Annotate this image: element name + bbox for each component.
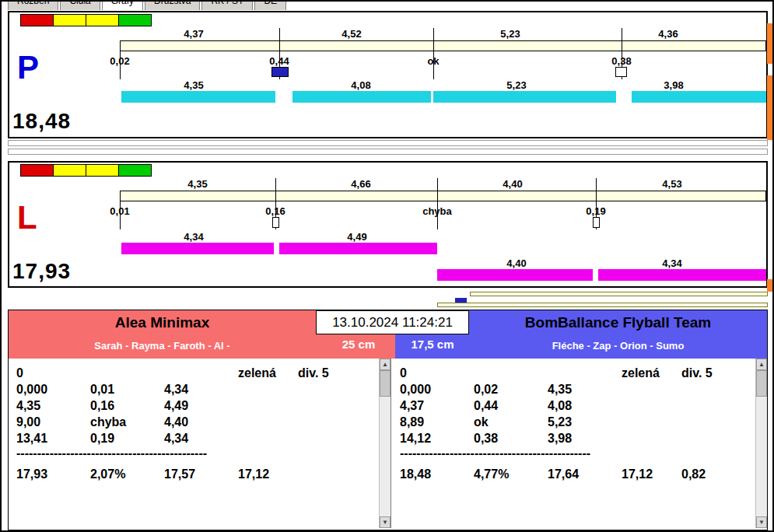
table-row: 8,89 ok 5,23 [392,415,755,432]
tab-rk-st[interactable]: RK / ST [201,2,253,10]
dog-run-bar [279,243,437,254]
cell: 2,07% [90,467,125,481]
cell: 0,44 [474,399,498,413]
change-marker-white [272,217,279,228]
app-window: Rozbeh Cidla Grafy Družstva RK / ST DE 4… [0,0,774,532]
mini-progress-bar [470,292,768,296]
table-row: 13,41 0,19 4,34 [9,432,378,448]
table-row: 0,000 0,01 4,34 [9,383,378,399]
cell: 3,98 [548,432,572,446]
change-marker-white [615,67,627,77]
table-row: 4,35 0,16 4,49 [9,399,378,415]
cell: 4,34 [164,432,188,446]
cell: div. 5 [681,366,713,380]
change-time-label: 0,44 [254,55,304,67]
split-time-label: 4,40 [488,178,538,190]
cell: 17,93 [16,467,47,481]
datetime-display: 13.10.2024 11:24:21 [316,310,469,334]
segment-tick [433,28,434,79]
scrollbar[interactable]: ▲ ▼ [379,359,391,528]
split-time-label: 5,23 [485,28,535,40]
change-time-label: 0,02 [95,55,145,67]
change-time-label: 0,01 [95,205,145,217]
change-time-label: 0,19 [571,205,621,217]
background-window-strip [767,23,774,64]
cell: 0,16 [90,399,114,413]
cell: chyba [90,415,126,429]
divider-row: ----------------------------------------… [9,446,378,463]
cell: 17,64 [548,467,579,481]
cell: 14,12 [400,432,431,446]
split-time-label: 4,34 [647,257,697,269]
change-time-label: chyba [412,205,462,217]
separator-strip [8,149,768,155]
light-yellow-1 [53,14,86,26]
light-green [118,14,152,26]
divider-row: ----------------------------------------… [392,446,755,463]
tab-druzstva[interactable]: Družstva [145,2,200,10]
scroll-down-icon[interactable]: ▼ [380,516,391,528]
split-time-label: 4,53 [647,178,697,190]
table-row: 4,37 0,44 4,08 [392,399,755,415]
scrollbar[interactable]: ▲ ▼ [755,359,767,528]
table-row: 14,12 0,38 3,98 [392,432,755,448]
results-table-left[interactable]: 0 zelená div. 5 0,000 0,01 4,34 4,35 0,1… [9,359,391,528]
scroll-up-icon[interactable]: ▲ [756,359,767,370]
cell: 4,34 [164,383,188,397]
cell: 4,49 [164,399,188,413]
segment-tick [437,178,438,229]
cell: 5,23 [548,415,572,429]
split-time-label: 4,08 [336,79,386,91]
cell: 0 [16,366,23,380]
tab-cidla[interactable]: Cidla [60,2,100,10]
cell: 18,48 [400,467,431,481]
team-name-right: BomBallance Flyball Team [469,314,767,331]
cell: 9,00 [16,415,40,429]
cell: 4,37 [400,399,424,413]
cell: 4,40 [164,415,188,429]
change-marker-blue [271,67,289,77]
light-green [118,164,152,177]
cell: 17,57 [164,467,195,481]
tab-grafy[interactable]: Grafy [102,2,143,10]
results-table-right[interactable]: 0 zelená div. 5 0,000 0,02 4,35 4,37 0,4… [392,359,767,528]
split-time-label: 4,37 [169,28,219,40]
scroll-thumb[interactable] [380,370,391,397]
divider-dashes: ----------------------------------------… [16,446,234,460]
cell: 13,41 [16,432,47,446]
split-time-label: 4,66 [336,178,386,190]
cell: 0,000 [400,383,431,397]
dog-run-bar [598,269,766,281]
light-yellow-2 [86,14,119,26]
totals-row: 17,93 2,07% 17,57 17,12 [9,467,378,484]
lane-total-time-p: 18,48 [12,109,71,134]
dog-run-bar [121,243,274,254]
cell: 0,02 [474,383,498,397]
split-time-label: 4,52 [327,28,376,40]
tab-de[interactable]: DE [254,2,286,10]
cell: 0 [400,366,407,380]
scroll-thumb[interactable] [756,370,767,397]
tab-rozbeh[interactable]: Rozbeh [8,2,58,10]
lane-panel-p: 4,37 4,52 5,23 4,36 0,02 0,44 ok 0,38 4,… [8,11,768,138]
cell: 0,01 [90,383,114,397]
cell: 4,35 [548,383,572,397]
tab-bar: Rozbeh Cidla Grafy Družstva RK / ST DE [8,2,755,10]
scroll-up-icon[interactable]: ▲ [380,359,391,370]
timeline-track-p [120,40,766,51]
split-time-label: 5,23 [492,79,541,91]
scroll-down-icon[interactable]: ▼ [756,516,767,528]
split-time-label: 4,34 [169,231,219,243]
separator-strip [8,140,768,146]
split-time-label: 4,36 [643,28,693,40]
table-row: 9,00 chyba 4,40 [9,415,378,432]
table-row: 0 zelená div. 5 [392,366,755,383]
dog-run-bar [292,91,431,103]
team-dogs-right: Fléche - Zap - Orion - Sumo [469,340,767,352]
light-yellow-2 [86,164,119,177]
split-time-label: 4,35 [169,79,219,91]
background-window-strip [767,279,774,292]
cell: 4,77% [474,467,509,481]
cell: 0,82 [681,467,706,481]
cell: zelená [622,366,660,380]
